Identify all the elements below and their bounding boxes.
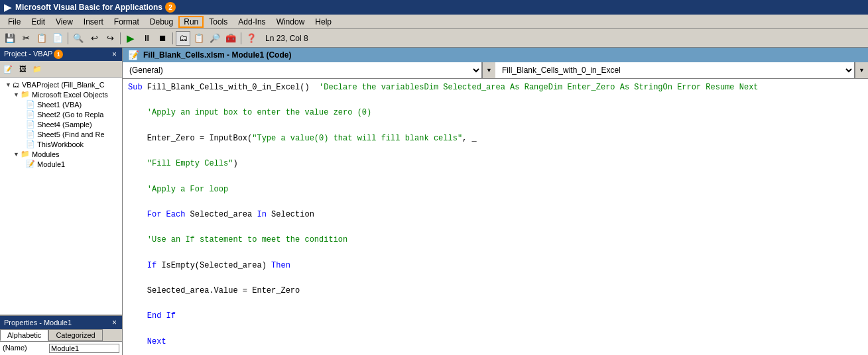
expand-icon: ▼ xyxy=(13,91,19,98)
code-line-blank-10 xyxy=(128,323,863,336)
code-line-blank-1 xyxy=(128,94,863,107)
sheet-icon: 📄 xyxy=(26,120,35,128)
tree-item-sheet1[interactable]: 📄 Sheet1 (VBA) xyxy=(3,99,119,109)
menu-bar: File Edit View Insert Format Debug Run T… xyxy=(0,15,868,29)
tree-item-module1[interactable]: 📝 Module1 xyxy=(3,159,119,169)
code-line-1: Sub Fill_Blank_Cells_with_0_in_Excel() '… xyxy=(128,81,863,94)
spacer xyxy=(21,121,25,128)
workbook-icon: 📄 xyxy=(26,140,35,148)
toolbar-find-btn[interactable]: 🔍 xyxy=(71,31,86,46)
tree-item-excel-objects[interactable]: ▼ 📁 Microsoft Excel Objects xyxy=(3,89,119,99)
code-line-blank-11 xyxy=(128,348,863,355)
toolbar-sep-2 xyxy=(120,32,121,44)
toolbar: 💾 ✂ 📋 📄 🔍 ↩ ↪ ▶ ⏸ ⏹ 🗂 📋 🔎 🧰 ❓ Ln 23, Col… xyxy=(0,29,868,48)
tree-label: VBAProject (Fill_Blank_C xyxy=(22,81,105,89)
code-line-blank-5 xyxy=(128,196,863,209)
toolbar-toolbox-btn[interactable]: 🧰 xyxy=(223,31,238,46)
dropdown1-arrow[interactable]: ▼ xyxy=(482,62,495,78)
toolbar-help-btn[interactable]: ❓ xyxy=(244,31,259,46)
code-line-blank-3 xyxy=(128,145,863,158)
code-line-if: If IsEmpty(Selected_area) Then xyxy=(128,260,863,272)
tree-view-code-btn[interactable]: 📝 xyxy=(1,62,15,76)
tree-label: Modules xyxy=(32,150,60,158)
menu-file[interactable]: File xyxy=(3,16,26,28)
tree-item-sheet5[interactable]: 📄 Sheet5 (Find and Re xyxy=(3,129,119,139)
spacer xyxy=(21,101,25,108)
menu-format[interactable]: Format xyxy=(109,16,145,28)
code-line-blank-7 xyxy=(128,246,863,259)
spacer xyxy=(21,111,25,118)
toolbar-pause-btn[interactable]: ⏸ xyxy=(139,31,154,46)
left-panel: Project - VBAP1 × 📝 🖼 📁 ▼ 🗂 VBAProject (… xyxy=(0,48,123,355)
tree-view-object-btn[interactable]: 🖼 xyxy=(16,62,29,76)
toolbar-sep-3 xyxy=(172,32,173,44)
menu-window[interactable]: Window xyxy=(271,16,310,28)
module-icon: 📝 xyxy=(26,160,35,168)
toolbar-copy-btn[interactable]: 📋 xyxy=(34,31,49,46)
tab-categorized[interactable]: Categorized xyxy=(48,329,102,341)
menu-run[interactable]: Run xyxy=(178,16,204,28)
code-line-blank-9 xyxy=(128,297,863,310)
code-panel-header: 📝 Fill_Blank_Cells.xlsm - Module1 (Code) xyxy=(123,48,868,62)
tree-toggle-folders-btn[interactable]: 📁 xyxy=(31,62,44,76)
toolbar-run-btn[interactable]: ▶ xyxy=(123,31,138,46)
menu-debug[interactable]: Debug xyxy=(145,16,178,28)
sheet-icon: 📄 xyxy=(26,110,35,119)
code-line-fillempty: "Fill Empty Cells") xyxy=(128,158,863,170)
toolbar-properties-btn[interactable]: 📋 xyxy=(192,31,206,46)
tree-item-thisworkbook[interactable]: 📄 ThisWorkbook xyxy=(3,139,119,149)
spacer xyxy=(21,131,25,138)
tree-label: Sheet1 (VBA) xyxy=(37,101,82,109)
project-tree[interactable]: ▼ 🗂 VBAProject (Fill_Blank_C ▼ 📁 Microso… xyxy=(0,77,122,315)
project-panel-header: Project - VBAP1 × xyxy=(0,48,122,61)
tree-toolbar: 📝 🖼 📁 xyxy=(0,61,122,77)
code-line-inputbox: Enter_Zero = InputBox("Type a value(0) t… xyxy=(128,132,863,145)
title-text: Microsoft Visual Basic for Applications xyxy=(15,3,162,12)
tree-item-modules[interactable]: ▼ 📁 Modules xyxy=(3,149,119,159)
code-line-comment1: 'Apply an input box to enter the value z… xyxy=(128,107,863,119)
folder-icon: 📁 xyxy=(21,150,30,158)
toolbar-cut-btn[interactable]: ✂ xyxy=(19,31,33,46)
tab-alphabetic[interactable]: Alphabetic xyxy=(0,329,48,341)
project-close-btn[interactable]: × xyxy=(111,50,118,59)
toolbar-paste-btn[interactable]: 📄 xyxy=(50,31,65,46)
toolbar-undo-btn[interactable]: ↩ xyxy=(87,31,101,46)
menu-view[interactable]: View xyxy=(50,16,78,28)
toolbar-redo-btn[interactable]: ↪ xyxy=(103,31,117,46)
folder-icon: 🗂 xyxy=(13,81,20,89)
props-value-field[interactable]: Module1 xyxy=(49,344,119,353)
properties-content: (Name) Module1 xyxy=(0,342,122,355)
code-panel-title: Fill_Blank_Cells.xlsm - Module1 (Code) xyxy=(143,50,291,60)
props-row-name: (Name) Module1 xyxy=(3,343,119,354)
expand-icon: ▼ xyxy=(13,151,19,158)
toolbar-objectbrowser-btn[interactable]: 🔎 xyxy=(208,31,222,46)
code-line-blank-6 xyxy=(128,221,863,234)
menu-help[interactable]: Help xyxy=(310,16,337,28)
tree-item-vbaproject[interactable]: ▼ 🗂 VBAProject (Fill_Blank_C xyxy=(3,80,119,89)
code-line-comment2: 'Apply a For loop xyxy=(128,183,863,196)
code-line-foreach: For Each Selected_area In Selection xyxy=(128,209,863,221)
sheet-icon: 📄 xyxy=(26,130,35,138)
tree-item-sheet2[interactable]: 📄 Sheet2 (Go to Repla xyxy=(3,109,119,119)
dropdown2-arrow[interactable]: ▼ xyxy=(855,62,868,78)
toolbar-projectexplorer-btn[interactable]: 🗂 xyxy=(176,31,190,46)
code-dropdowns: (General) ▼ Fill_Blank_Cells_with_0_in_E… xyxy=(123,62,868,79)
tree-label: Module1 xyxy=(37,160,65,168)
main-layout: Project - VBAP1 × 📝 🖼 📁 ▼ 🗂 VBAProject (… xyxy=(0,48,868,355)
toolbar-status: Ln 23, Col 8 xyxy=(265,34,308,43)
code-line-blank-8 xyxy=(128,272,863,285)
general-dropdown[interactable]: (General) xyxy=(123,62,482,78)
properties-close-btn[interactable]: × xyxy=(111,318,118,327)
toolbar-save-btn[interactable]: 💾 xyxy=(3,31,17,46)
procedure-dropdown[interactable]: Fill_Blank_Cells_with_0_in_Excel xyxy=(495,62,855,78)
toolbar-sep-1 xyxy=(68,32,68,44)
project-badge: 1 xyxy=(54,50,63,59)
expand-icon: ▼ xyxy=(5,81,11,88)
toolbar-stop-btn[interactable]: ⏹ xyxy=(155,31,170,46)
menu-edit[interactable]: Edit xyxy=(26,16,50,28)
code-editor[interactable]: Sub Fill_Blank_Cells_with_0_in_Excel() '… xyxy=(123,79,868,355)
tree-item-sheet4[interactable]: 📄 Sheet4 (Sample) xyxy=(3,119,119,129)
menu-insert[interactable]: Insert xyxy=(78,16,109,28)
menu-addins[interactable]: Add-Ins xyxy=(233,16,271,28)
menu-tools[interactable]: Tools xyxy=(204,16,233,28)
